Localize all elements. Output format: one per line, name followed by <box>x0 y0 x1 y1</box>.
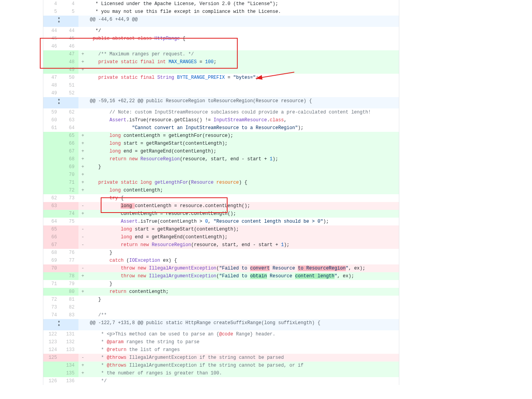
old-line-number[interactable]: 126 <box>43 377 61 385</box>
old-line-number[interactable] <box>43 171 61 179</box>
code-content[interactable]: * @throws IllegalArgumentException if th… <box>87 354 399 362</box>
code-content[interactable]: public abstract class HttpRange { <box>87 35 399 43</box>
old-line-number[interactable] <box>43 155 61 163</box>
old-line-number[interactable]: 62 <box>43 194 61 202</box>
old-line-number[interactable] <box>43 58 61 66</box>
code-content[interactable]: * the number of ranges is greater than 1… <box>87 369 399 377</box>
code-content[interactable]: /** Maximum ranges per request. */ <box>87 50 399 58</box>
old-line-number[interactable]: 46 <box>43 43 61 50</box>
old-line-number[interactable]: 73 <box>43 303 61 311</box>
new-line-number[interactable] <box>61 354 78 362</box>
old-line-number[interactable] <box>43 147 61 155</box>
new-line-number[interactable]: 5 <box>61 8 78 16</box>
code-content[interactable]: long start = getRangeStart(contentLength… <box>87 225 399 233</box>
old-line-number[interactable]: 61 <box>43 124 61 132</box>
old-line-number[interactable] <box>43 140 61 147</box>
new-line-number[interactable]: 79 <box>61 280 78 288</box>
expand-hunk-button[interactable] <box>43 319 78 330</box>
new-line-number[interactable] <box>61 225 78 233</box>
code-content[interactable]: /** <box>87 311 399 319</box>
code-content[interactable] <box>87 43 399 50</box>
code-content[interactable]: * @param ranges the string to parse <box>87 338 399 346</box>
new-line-number[interactable]: 75 <box>61 218 78 225</box>
code-content[interactable]: * Licensed under the Apache License, Ver… <box>87 0 399 8</box>
code-content[interactable]: } <box>87 249 399 257</box>
old-line-number[interactable]: 45 <box>43 35 61 43</box>
old-line-number[interactable]: 47 <box>43 74 61 82</box>
old-line-number[interactable]: 4 <box>43 0 61 8</box>
new-line-number[interactable]: 83 <box>61 311 78 319</box>
code-content[interactable]: private static long getLengthFor(Resourc… <box>87 179 399 186</box>
new-line-number[interactable]: 64 <box>61 124 78 132</box>
old-line-number[interactable]: 60 <box>43 116 61 124</box>
new-line-number[interactable]: 49 <box>61 66 78 74</box>
old-line-number[interactable]: 74 <box>43 311 61 319</box>
new-line-number[interactable]: 68 <box>61 155 78 163</box>
new-line-number[interactable]: 65 <box>61 132 78 140</box>
code-content[interactable]: */ <box>87 377 399 385</box>
old-line-number[interactable]: 49 <box>43 89 61 97</box>
old-line-number[interactable] <box>43 132 61 140</box>
code-content[interactable]: "Cannot convert an InputStreamResource t… <box>87 124 399 132</box>
code-content[interactable]: return new ResourceRegion(resource, star… <box>87 155 399 163</box>
code-content[interactable]: } <box>87 296 399 303</box>
old-line-number[interactable]: 66 <box>43 233 61 241</box>
new-line-number[interactable]: 51 <box>61 82 78 89</box>
code-content[interactable]: throw new IllegalArgumentException("Fail… <box>87 272 399 280</box>
new-line-number[interactable]: 44 <box>61 27 78 35</box>
old-line-number[interactable]: 124 <box>43 346 61 354</box>
new-line-number[interactable]: 50 <box>61 74 78 82</box>
code-content[interactable] <box>87 82 399 89</box>
code-content[interactable]: } <box>87 280 399 288</box>
old-line-number[interactable]: 72 <box>43 296 61 303</box>
code-content[interactable]: contentLength = resource.contentLength()… <box>87 210 399 218</box>
old-line-number[interactable] <box>43 210 61 218</box>
new-line-number[interactable]: 136 <box>61 377 78 385</box>
code-content[interactable]: long end = getRangeEnd(contentLength); <box>87 233 399 241</box>
old-line-number[interactable]: 69 <box>43 257 61 264</box>
new-line-number[interactable]: 77 <box>61 257 78 264</box>
code-content[interactable]: private static final String BYTE_RANGE_P… <box>87 74 399 82</box>
code-content[interactable] <box>87 303 399 311</box>
code-content[interactable]: * @return the list of ranges <box>87 346 399 354</box>
old-line-number[interactable]: 70 <box>43 264 61 272</box>
old-line-number[interactable]: 63 <box>43 202 61 210</box>
new-line-number[interactable]: 76 <box>61 249 78 257</box>
old-line-number[interactable] <box>43 186 61 194</box>
expand-hunk-button[interactable] <box>43 16 78 27</box>
new-line-number[interactable]: 63 <box>61 116 78 124</box>
new-line-number[interactable]: 135 <box>61 369 78 377</box>
old-line-number[interactable]: 59 <box>43 108 61 116</box>
new-line-number[interactable]: 46 <box>61 43 78 50</box>
new-line-number[interactable]: 72 <box>61 186 78 194</box>
new-line-number[interactable]: 133 <box>61 346 78 354</box>
code-content[interactable]: long contentLength = getLengthFor(resour… <box>87 132 399 140</box>
new-line-number[interactable] <box>61 233 78 241</box>
new-line-number[interactable]: 70 <box>61 171 78 179</box>
code-content[interactable]: private static final int MAX_RANGES = 10… <box>87 58 399 66</box>
new-line-number[interactable]: 74 <box>61 210 78 218</box>
new-line-number[interactable]: 69 <box>61 163 78 171</box>
new-line-number[interactable]: 62 <box>61 108 78 116</box>
old-line-number[interactable] <box>43 50 61 58</box>
code-content[interactable]: long contentLength = resource.contentLen… <box>87 202 399 210</box>
new-line-number[interactable]: 4 <box>61 0 78 8</box>
old-line-number[interactable]: 65 <box>43 225 61 233</box>
code-content[interactable]: try { <box>87 194 399 202</box>
old-line-number[interactable]: 68 <box>43 249 61 257</box>
old-line-number[interactable] <box>43 179 61 186</box>
code-content[interactable]: // Note: custom InputStreamResource subc… <box>87 108 399 116</box>
old-line-number[interactable]: 44 <box>43 27 61 35</box>
new-line-number[interactable]: 78 <box>61 272 78 280</box>
new-line-number[interactable]: 134 <box>61 362 78 369</box>
code-content[interactable]: */ <box>87 27 399 35</box>
old-line-number[interactable] <box>43 66 61 74</box>
new-line-number[interactable]: 45 <box>61 35 78 43</box>
code-content[interactable]: return contentLength; <box>87 288 399 296</box>
code-content[interactable]: Assert.isTrue(contentLength > 0, "Resour… <box>87 218 399 225</box>
new-line-number[interactable]: 71 <box>61 179 78 186</box>
new-line-number[interactable]: 66 <box>61 140 78 147</box>
old-line-number[interactable] <box>43 288 61 296</box>
code-content[interactable]: return new ResourceRegion(resource, star… <box>87 241 399 249</box>
new-line-number[interactable] <box>61 264 78 272</box>
